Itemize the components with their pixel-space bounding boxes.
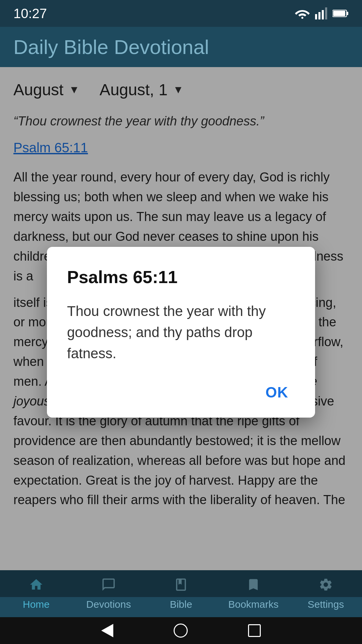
svg-rect-1 [315, 14, 317, 19]
home-button[interactable] [174, 624, 188, 638]
dialog-body: Thou crownest the year with thy goodness… [67, 301, 295, 364]
battery-icon [333, 9, 349, 18]
svg-rect-2 [318, 12, 320, 19]
app-title: Daily Bible Devotional [13, 36, 209, 59]
nav-label-home: Home [23, 599, 50, 610]
main-content: August ▼ August, 1 ▼ “Thou crownest the … [0, 67, 362, 597]
status-time: 10:27 [13, 6, 47, 21]
signal-icon [315, 7, 327, 19]
back-button[interactable] [101, 624, 113, 637]
status-icons [295, 7, 349, 19]
wifi-icon [295, 8, 310, 19]
nav-label-devotions: Devotions [86, 599, 131, 610]
android-nav [0, 617, 362, 644]
nav-label-bookmarks: Bookmarks [228, 599, 279, 610]
svg-point-0 [301, 17, 303, 19]
svg-rect-6 [347, 12, 348, 15]
status-bar: 10:27 [0, 0, 362, 27]
dialog-ok-button[interactable]: OK [259, 381, 295, 404]
recents-button[interactable] [248, 624, 261, 637]
dialog-title: Psalms 65:11 [67, 267, 295, 287]
app-bar: Daily Bible Devotional [0, 27, 362, 67]
nav-label-settings: Settings [308, 599, 344, 610]
dialog-actions: OK [67, 381, 295, 404]
nav-label-bible: Bible [170, 599, 192, 610]
svg-rect-3 [322, 10, 324, 19]
svg-rect-7 [333, 11, 345, 16]
dialog-overlay: Psalms 65:11 Thou crownest the year with… [0, 67, 362, 597]
bible-verse-dialog: Psalms 65:11 Thou crownest the year with… [47, 247, 315, 418]
svg-rect-4 [325, 7, 327, 19]
